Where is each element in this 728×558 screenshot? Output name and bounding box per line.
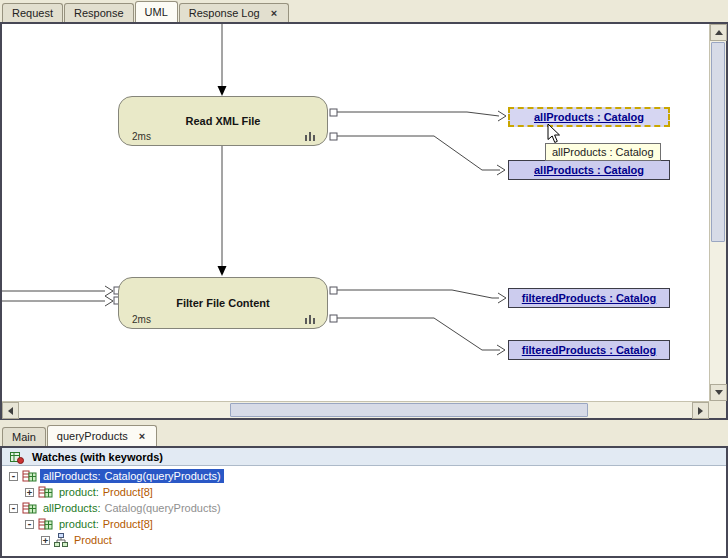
watch-variable-icon (38, 485, 53, 499)
horizontal-scroll-thumb[interactable] (230, 403, 588, 417)
watch-row-product-2[interactable]: - product:Product[8] (2, 516, 726, 532)
object-node-label: filteredProducts : Catalog (522, 292, 656, 304)
object-node-allproducts-2[interactable]: allProducts : Catalog (508, 160, 670, 180)
watch-label: product:Product[8] (56, 517, 156, 531)
tab-response[interactable]: Response (64, 3, 134, 22)
arrow-right-icon (698, 407, 703, 415)
watch-variable-icon (38, 517, 53, 531)
duration-label: 2ms (132, 131, 151, 142)
tab-request[interactable]: Request (2, 3, 63, 22)
watch-row-allproducts-selected[interactable]: - allProducts:Catalog(queryProducts) (2, 468, 726, 484)
object-node-label: allProducts : Catalog (534, 111, 644, 123)
arrow-left-icon (8, 407, 13, 415)
scroll-right-button[interactable] (692, 402, 709, 419)
watch-variable-icon (22, 469, 37, 483)
watches-header: Watches (with keywords) (2, 448, 726, 466)
expander-icon[interactable]: - (25, 520, 34, 529)
scrollbar-corner (709, 401, 726, 418)
tab-uml[interactable]: UML (135, 1, 178, 22)
watch-label: allProducts:Catalog(queryProducts) (40, 469, 224, 483)
tab-response-log-label: Response Log (189, 7, 260, 19)
object-node-filteredproducts-1[interactable]: filteredProducts : Catalog (508, 288, 670, 308)
watch-label: Product (71, 533, 119, 547)
expander-icon[interactable]: + (25, 488, 34, 497)
scroll-down-button[interactable] (710, 384, 727, 401)
watch-row-product-1[interactable]: + product:Product[8] (2, 484, 726, 500)
diagram-panel: Read XML File 2ms Filter File Content 2m… (0, 22, 728, 420)
object-node-filteredproducts-2[interactable]: filteredProducts : Catalog (508, 340, 670, 360)
arrow-down-icon (715, 390, 723, 395)
activity-node-read-xml-file[interactable]: Read XML File 2ms (118, 96, 328, 146)
editor-tabbar: Request Response UML Response Log × (0, 0, 728, 22)
expander-icon[interactable]: - (9, 504, 18, 513)
duration-label: 2ms (132, 314, 151, 325)
close-tab-icon[interactable]: × (137, 430, 147, 442)
metrics-icon (304, 314, 317, 325)
tab-queryproducts-label: queryProducts (57, 430, 128, 442)
watch-row-allproducts-stale[interactable]: - allProducts:Catalog(queryProducts) (2, 500, 726, 516)
expander-icon[interactable]: - (9, 472, 18, 481)
close-tab-icon[interactable]: × (269, 7, 279, 19)
document-tabbar: Main queryProducts × (0, 420, 728, 446)
object-tooltip: allProducts : Catalog (545, 143, 661, 161)
mouse-cursor-icon (546, 123, 560, 144)
horizontal-scrollbar[interactable] (2, 401, 709, 418)
product-type-icon (54, 533, 68, 547)
tab-response-log[interactable]: Response Log × (179, 3, 289, 22)
watch-label: allProducts:Catalog(queryProducts) (40, 501, 224, 515)
object-node-label: filteredProducts : Catalog (522, 344, 656, 356)
watches-panel: Watches (with keywords) - allProducts:Ca… (0, 446, 728, 558)
object-node-allproducts-1[interactable]: allProducts : Catalog (508, 107, 670, 127)
activity-node-filter-file-content[interactable]: Filter File Content 2ms (118, 277, 328, 329)
uml-diagram-canvas[interactable]: Read XML File 2ms Filter File Content 2m… (2, 24, 709, 401)
watch-label: product:Product[8] (56, 485, 156, 499)
watches-tree[interactable]: - allProducts:Catalog(queryProducts) + p… (2, 466, 726, 556)
arrow-up-icon (715, 30, 723, 35)
vertical-scrollbar[interactable] (709, 24, 726, 401)
watches-title: Watches (with keywords) (32, 451, 163, 463)
object-node-label: allProducts : Catalog (534, 164, 644, 176)
tab-queryproducts[interactable]: queryProducts × (47, 425, 157, 446)
scroll-up-button[interactable] (710, 24, 727, 41)
watch-row-product-type[interactable]: + Product (2, 532, 726, 548)
metrics-icon (304, 131, 317, 142)
expander-icon[interactable]: + (41, 536, 50, 545)
watches-icon (10, 450, 24, 464)
watch-variable-icon (22, 501, 37, 515)
vertical-scroll-thumb[interactable] (711, 42, 725, 242)
tab-main[interactable]: Main (2, 427, 46, 446)
scroll-left-button[interactable] (2, 402, 19, 419)
